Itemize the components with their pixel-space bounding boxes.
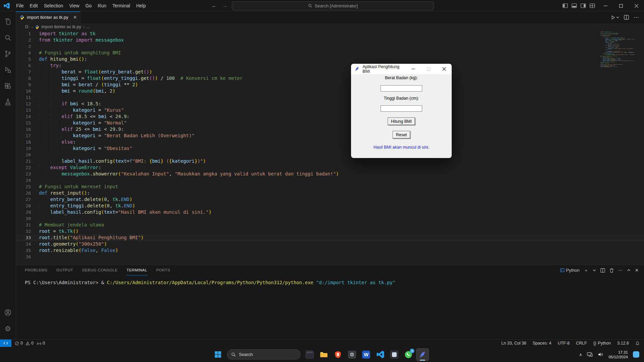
tray-chevron-up-icon[interactable]: ∧ bbox=[579, 352, 582, 357]
code-line-8[interactable]: 8 tinggi = float(entry_tinggi.get()) / 1… bbox=[16, 75, 644, 82]
toggle-panel-icon[interactable] bbox=[572, 3, 577, 8]
code-line-28[interactable]: 28 entry_tinggi.delete(0, tk.END) bbox=[16, 203, 644, 209]
code-line-25[interactable]: 25# Fungsi untuk mereset input bbox=[16, 184, 644, 190]
taskbar-app-whatsapp[interactable]: 9 bbox=[402, 348, 415, 361]
run-debug-icon[interactable] bbox=[0, 62, 16, 78]
taskbar-clock[interactable]: 17.31 05/12/2024 bbox=[608, 350, 628, 359]
bmi-app-window[interactable]: Aplikasi Penghitung BMI Berat Badan (kg)… bbox=[351, 64, 452, 158]
status-3-12-6[interactable]: 3.12.6 bbox=[617, 341, 629, 346]
split-terminal-icon[interactable] bbox=[600, 268, 605, 273]
code-line-18[interactable]: 18 else: bbox=[16, 139, 644, 145]
code-line-33[interactable]: 33root.title("Aplikasi Penghitung BMI") bbox=[16, 235, 644, 241]
toggle-sidebar-icon[interactable] bbox=[562, 3, 568, 8]
breadcrumb[interactable]: D: › import tkinter as tk.py › ... bbox=[16, 23, 644, 31]
run-python-button[interactable] bbox=[611, 15, 619, 20]
panel-more-icon[interactable]: ⋯ bbox=[618, 268, 623, 273]
remote-indicator[interactable] bbox=[0, 340, 11, 347]
status-spaces-4[interactable]: Spaces: 4 bbox=[533, 341, 551, 346]
height-input[interactable] bbox=[381, 105, 422, 112]
code-line-26[interactable]: 26def reset_input(): bbox=[16, 190, 644, 196]
menu-go[interactable]: Go bbox=[82, 0, 95, 11]
code-line-27[interactable]: 27 entry_berat.delete(0, tk.END) bbox=[16, 196, 644, 203]
taskbar-app-photos-app[interactable] bbox=[388, 348, 401, 361]
code-line-5[interactable]: 5def hitung_bmi(): bbox=[16, 56, 644, 62]
close-button[interactable] bbox=[629, 0, 644, 11]
settings-gear-icon[interactable]: ⚙ bbox=[0, 320, 16, 337]
breadcrumb-file[interactable]: import tkinter as tk.py bbox=[41, 24, 81, 29]
tab-import-tkinter[interactable]: import tkinter as tk.py ✕ bbox=[16, 11, 81, 23]
code-line-21[interactable]: 21 label_hasil.config(text=f"BMI: {bmi} … bbox=[16, 158, 644, 164]
panel-tab-output[interactable]: OUTPUT bbox=[56, 265, 73, 275]
code-line-3[interactable]: 3 bbox=[16, 43, 644, 50]
code-line-29[interactable]: 29 label_hasil.config(text="Hasil BMI ak… bbox=[16, 209, 644, 215]
code-line-2[interactable]: 2from tkinter import messagebox bbox=[16, 37, 644, 43]
problems-status[interactable]: 0 0 bbox=[15, 341, 34, 346]
speaker-icon[interactable] bbox=[598, 352, 603, 357]
code-line-35[interactable]: 35root.resizable(False, False) bbox=[16, 247, 644, 254]
code-editor[interactable]: 1import tkinter as tk2from tkinter impor… bbox=[16, 31, 644, 265]
taskbar-app-file-explorer[interactable] bbox=[317, 348, 330, 361]
code-line-15[interactable]: 15 kategori = "Normal" bbox=[16, 120, 644, 126]
panel-tab-ports[interactable]: PORTS bbox=[156, 265, 170, 275]
taskbar-app-brave-browser[interactable] bbox=[332, 348, 344, 361]
source-control-icon[interactable] bbox=[0, 46, 16, 62]
status-bell[interactable] bbox=[635, 341, 640, 346]
minimap[interactable]: import tkinter as tkfrom tkinter import … bbox=[600, 31, 635, 266]
menu-view[interactable]: View bbox=[66, 0, 82, 11]
weight-input[interactable] bbox=[381, 85, 422, 92]
more-actions-icon[interactable]: ⋯ bbox=[634, 14, 639, 20]
code-line-10[interactable]: 10 bmi = round(bmi, 2) bbox=[16, 88, 644, 94]
code-line-14[interactable]: 14 elif 18.5 <= bmi < 24.9: bbox=[16, 113, 644, 120]
menu-run[interactable]: Run bbox=[95, 0, 109, 11]
maximize-button[interactable] bbox=[613, 0, 629, 11]
ports-status[interactable]: 0 bbox=[37, 341, 45, 346]
code-line-4[interactable]: 4# Fungsi untuk menghitung BMI bbox=[16, 50, 644, 56]
customize-layout-icon[interactable] bbox=[590, 3, 595, 8]
status-utf-8[interactable]: UTF-8 bbox=[558, 341, 569, 346]
taskbar-app-vs-code[interactable] bbox=[374, 348, 387, 361]
minimize-button[interactable] bbox=[598, 0, 613, 11]
search-sidebar-icon[interactable] bbox=[0, 30, 16, 46]
cast-device-icon[interactable] bbox=[587, 352, 593, 357]
breadcrumb-symbol[interactable]: ... bbox=[87, 24, 90, 29]
menu-terminal[interactable]: Terminal bbox=[109, 0, 133, 11]
taskbar-app-ms-word[interactable]: W bbox=[360, 348, 373, 361]
taskbar-app-python-tk-app[interactable] bbox=[416, 348, 429, 361]
explorer-icon[interactable] bbox=[0, 13, 16, 30]
code-line-30[interactable]: 30 bbox=[16, 215, 644, 222]
notification-center-icon[interactable] bbox=[633, 351, 639, 358]
code-line-32[interactable]: 32root = tk.Tk() bbox=[16, 228, 644, 235]
forward-arrow-icon[interactable]: → bbox=[222, 3, 228, 9]
code-line-12[interactable]: 12 if bmi < 18.5: bbox=[16, 101, 644, 107]
menu-selection[interactable]: Selection bbox=[41, 0, 66, 11]
code-line-19[interactable]: 19 kategori = "Obesitas" bbox=[16, 145, 644, 152]
reset-button[interactable]: Reset bbox=[393, 131, 410, 139]
code-line-34[interactable]: 34root.geometry("300x250") bbox=[16, 241, 644, 247]
code-line-6[interactable]: 6 try: bbox=[16, 62, 644, 69]
back-arrow-icon[interactable]: ← bbox=[211, 3, 217, 9]
taskbar-search[interactable]: Search bbox=[227, 349, 301, 360]
code-line-16[interactable]: 16 elif 25 <= bmi < 29.9: bbox=[16, 126, 644, 133]
code-line-36[interactable]: 36 bbox=[16, 254, 644, 260]
status-ln-33-col-38[interactable]: Ln 33, Col 38 bbox=[501, 341, 526, 346]
code-line-9[interactable]: 9 bmi = berat / (tinggi ** 2) bbox=[16, 82, 644, 88]
code-line-23[interactable]: 23 messagebox.showerror("Kesalahan Input… bbox=[16, 171, 644, 177]
bmi-window-titlebar[interactable]: Aplikasi Penghitung BMI bbox=[351, 64, 452, 74]
panel-tab-debug-console[interactable]: DEBUG CONSOLE bbox=[82, 265, 118, 275]
testing-icon[interactable] bbox=[0, 94, 16, 110]
calculate-bmi-button[interactable]: Hitung BMI bbox=[388, 117, 415, 125]
code-line-31[interactable]: 31# Membuat jendela utama bbox=[16, 222, 644, 228]
terminal-dropdown-icon[interactable] bbox=[593, 269, 596, 272]
panel-tab-terminal[interactable]: TERMINAL bbox=[127, 265, 147, 275]
taskbar-app-installer-app[interactable]: ⚙ bbox=[346, 348, 358, 361]
kill-terminal-icon[interactable] bbox=[609, 268, 614, 273]
menu-file[interactable]: File bbox=[13, 0, 27, 11]
panel-tab-problems[interactable]: PROBLEMS bbox=[25, 265, 47, 275]
command-center-search[interactable]: Search [Administrator] bbox=[232, 1, 434, 10]
code-line-13[interactable]: 13 kategori = "Kurus" bbox=[16, 107, 644, 113]
split-editor-icon[interactable] bbox=[624, 15, 629, 20]
bmi-close-button[interactable] bbox=[436, 64, 452, 74]
breadcrumb-drive[interactable]: D: bbox=[25, 24, 30, 29]
status-python[interactable]: {}Python bbox=[593, 341, 611, 346]
maximize-panel-icon[interactable] bbox=[627, 268, 631, 272]
